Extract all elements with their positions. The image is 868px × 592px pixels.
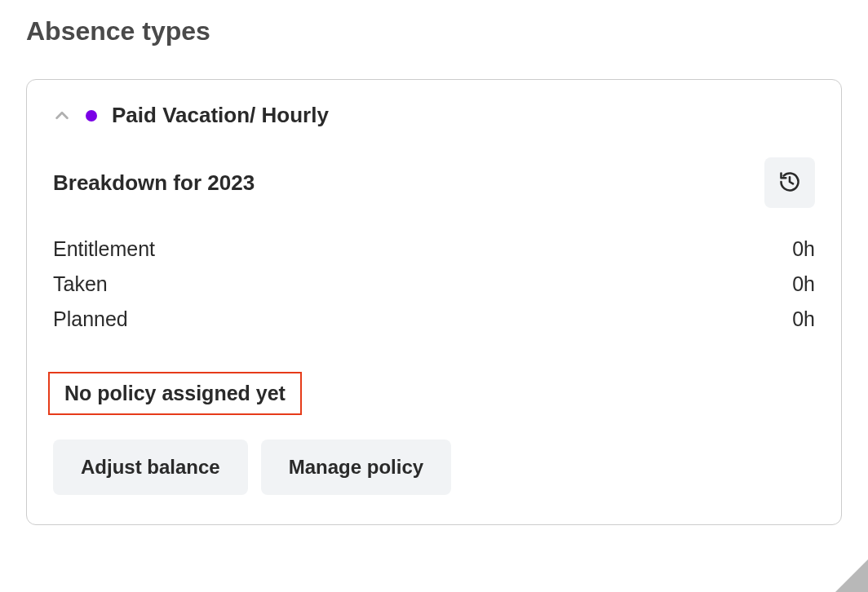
policy-status-box: No policy assigned yet [48,372,302,415]
stat-row-entitlement: Entitlement 0h [53,237,815,261]
page-title: Absence types [26,16,868,46]
history-icon [778,170,801,196]
stat-label: Taken [53,272,108,296]
stat-label: Entitlement [53,237,155,261]
stat-value: 0h [792,237,815,261]
breakdown-title: Breakdown for 2023 [53,170,255,196]
stat-row-planned: Planned 0h [53,307,815,331]
adjust-balance-button[interactable]: Adjust balance [53,440,248,495]
absence-type-name: Paid Vacation/ Hourly [112,103,329,128]
stat-row-taken: Taken 0h [53,272,815,296]
stat-label: Planned [53,307,128,331]
chevron-up-icon[interactable] [53,107,71,125]
absence-type-card: Paid Vacation/ Hourly Breakdown for 2023… [26,79,842,525]
button-row: Adjust balance Manage policy [53,440,815,495]
breakdown-header: Breakdown for 2023 [53,157,815,208]
resize-handle-icon[interactable] [835,559,868,592]
manage-policy-button[interactable]: Manage policy [261,440,451,495]
color-dot-icon [86,110,97,121]
stat-value: 0h [792,272,815,296]
card-header: Paid Vacation/ Hourly [53,103,815,128]
stat-value: 0h [792,307,815,331]
history-button[interactable] [764,157,815,208]
policy-status-text: No policy assigned yet [64,382,286,404]
